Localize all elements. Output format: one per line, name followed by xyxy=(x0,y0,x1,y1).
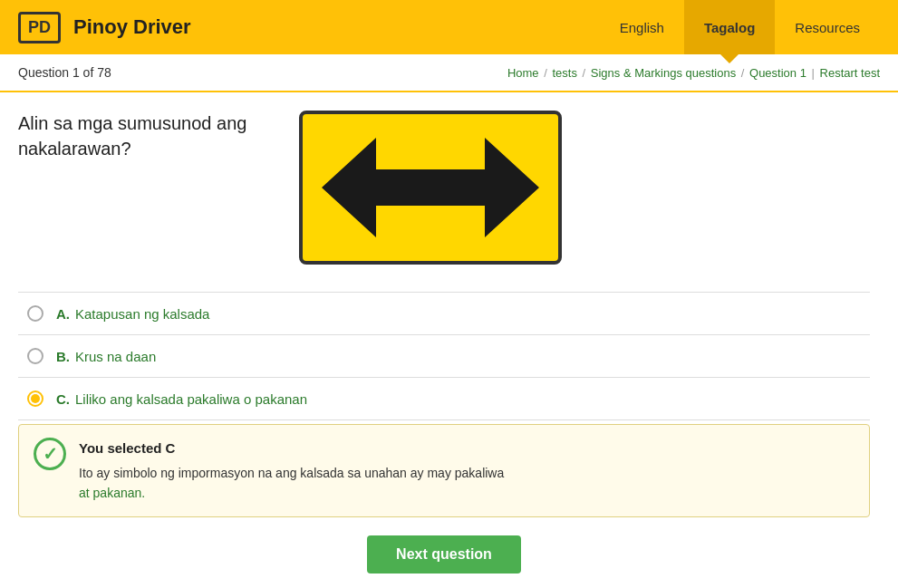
main-content: Alin sa mga sumusunod ang nakalarawan? A… xyxy=(0,92,888,588)
breadcrumb-signs[interactable]: Signs & Markings questions xyxy=(591,66,736,80)
nav-tagalog[interactable]: Tagalog xyxy=(684,0,775,54)
top-bar: Question 1 of 78 Home / tests / Signs & … xyxy=(0,54,898,92)
next-button-area: Next question xyxy=(18,535,870,574)
feedback-box: ✓ You selected C Ito ay simbolo ng impor… xyxy=(18,424,870,517)
option-a-label: A.Katapusan ng kalsada xyxy=(56,306,209,322)
question-progress: Question 1 of 78 xyxy=(18,65,111,80)
logo: PD xyxy=(18,12,61,43)
breadcrumb-restart[interactable]: Restart test xyxy=(820,66,880,80)
site-title: Pinoy Driver xyxy=(73,15,600,39)
header: PD Pinoy Driver English Tagalog Resource… xyxy=(0,0,898,54)
options-list: A.Katapusan ng kalsada B.Krus na daan C.… xyxy=(18,292,870,420)
nav: English Tagalog Resources xyxy=(600,0,880,54)
correct-check-icon: ✓ xyxy=(34,438,66,470)
breadcrumb-home[interactable]: Home xyxy=(507,66,539,80)
double-arrow-icon xyxy=(322,129,539,246)
option-a-letter: A. xyxy=(56,306,70,322)
option-c-letter: C. xyxy=(56,391,70,407)
option-c[interactable]: C.Liliko ang kalsada pakaliwa o pakanan xyxy=(18,378,870,420)
question-text: Alin sa mga sumusunod ang nakalarawan? xyxy=(18,111,272,161)
option-b[interactable]: B.Krus na daan xyxy=(18,335,870,378)
radio-a[interactable] xyxy=(27,305,43,322)
feedback-heading: You selected C xyxy=(79,438,504,459)
feedback-body-end: at pakanan. xyxy=(79,486,145,500)
next-question-button[interactable]: Next question xyxy=(367,535,521,574)
feedback-body-start: Ito ay simbolo ng impormasyon na ang kal… xyxy=(79,466,504,480)
radio-b[interactable] xyxy=(27,348,43,364)
breadcrumb-tests[interactable]: tests xyxy=(552,66,576,80)
option-b-letter: B. xyxy=(56,349,70,364)
breadcrumb: Home / tests / Signs & Markings question… xyxy=(507,66,880,80)
option-b-label: B.Krus na daan xyxy=(56,349,156,364)
nav-english[interactable]: English xyxy=(600,0,684,54)
breadcrumb-question[interactable]: Question 1 xyxy=(749,66,806,80)
radio-c[interactable] xyxy=(27,390,43,407)
option-a[interactable]: A.Katapusan ng kalsada xyxy=(18,293,870,335)
nav-resources[interactable]: Resources xyxy=(775,0,880,54)
option-c-label: C.Liliko ang kalsada pakaliwa o pakanan xyxy=(56,391,307,407)
road-sign-image xyxy=(299,111,562,265)
question-area: Alin sa mga sumusunod ang nakalarawan? xyxy=(18,111,870,265)
svg-marker-0 xyxy=(322,138,539,237)
feedback-text: You selected C Ito ay simbolo ng imporma… xyxy=(79,438,504,504)
